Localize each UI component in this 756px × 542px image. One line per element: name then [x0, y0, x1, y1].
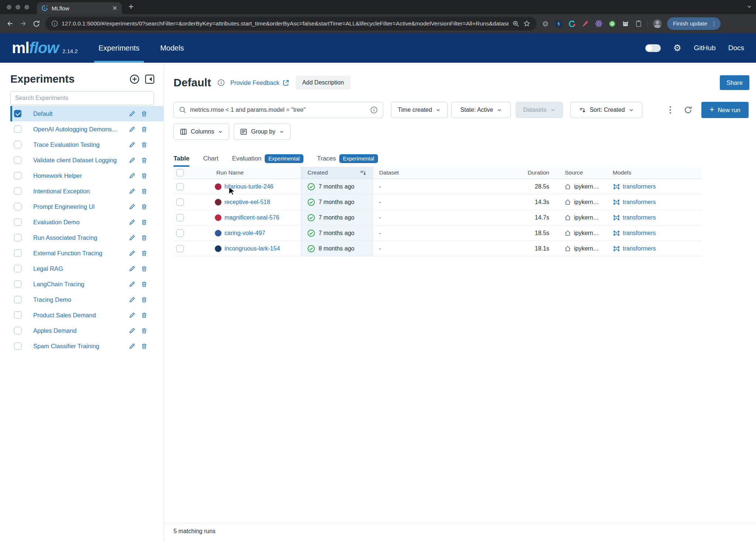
model-link[interactable]: transformers: [623, 183, 656, 190]
time-created-filter[interactable]: Time created: [391, 102, 448, 118]
edit-icon[interactable]: [129, 343, 135, 349]
tab-table[interactable]: Table: [173, 151, 189, 167]
delete-icon[interactable]: [141, 266, 147, 272]
experiment-checkbox[interactable]: [14, 110, 21, 117]
run-checkbox[interactable]: [176, 245, 184, 252]
col-models[interactable]: Models: [611, 167, 702, 179]
provide-feedback-link[interactable]: Provide Feedback: [230, 79, 289, 86]
experiment-checkbox[interactable]: [14, 280, 21, 288]
model-link[interactable]: transformers: [623, 245, 656, 252]
new-run-button[interactable]: + New run: [701, 102, 749, 118]
experiment-checkbox[interactable]: [14, 327, 21, 334]
table-row[interactable]: magnificent-seal-576 7 months ago - 14.7…: [173, 210, 702, 225]
columns-button[interactable]: Columns: [173, 124, 229, 140]
datasets-filter[interactable]: Datasets: [516, 102, 563, 118]
mlflow-logo[interactable]: mlflow 2.14.2: [12, 39, 78, 57]
sidebar-item[interactable]: Validate client Dataset Logging: [10, 152, 164, 168]
col-created[interactable]: Created: [301, 167, 373, 179]
forward-button[interactable]: [19, 20, 27, 28]
delete-icon[interactable]: [141, 111, 147, 117]
sidebar-item[interactable]: External Function Tracing: [10, 245, 164, 261]
edit-icon[interactable]: [129, 265, 135, 272]
experiment-link[interactable]: Validate client Dataset Logging: [33, 157, 126, 164]
experiment-checkbox[interactable]: [14, 234, 21, 241]
delete-icon[interactable]: [141, 219, 147, 225]
tab-traces[interactable]: Traces Experimental: [317, 151, 378, 167]
add-description-button[interactable]: Add Description: [296, 76, 351, 90]
extension-icon[interactable]: [568, 20, 576, 28]
delete-icon[interactable]: [141, 328, 147, 334]
finish-update-button[interactable]: Finish update ⋮: [667, 17, 721, 30]
delete-icon[interactable]: [141, 204, 147, 210]
model-link[interactable]: transformers: [623, 199, 656, 206]
share-button[interactable]: Share: [720, 75, 749, 90]
run-checkbox[interactable]: [176, 229, 184, 237]
edit-icon[interactable]: [129, 234, 135, 241]
extension-icon[interactable]: [581, 20, 589, 28]
state-filter[interactable]: State: Active: [451, 102, 511, 118]
sort-filter[interactable]: Sort: Created: [570, 102, 642, 118]
add-experiment-icon[interactable]: [130, 74, 140, 84]
run-checkbox[interactable]: [176, 183, 184, 190]
delete-icon[interactable]: [141, 235, 147, 241]
url-text[interactable]: 127.0.0.1:5000/#/experiments/0?searchFil…: [62, 20, 509, 27]
delete-icon[interactable]: [141, 173, 147, 179]
run-name-link[interactable]: caring-vole-497: [224, 230, 265, 237]
edit-icon[interactable]: [129, 188, 135, 194]
search-info-icon[interactable]: [370, 106, 378, 114]
edit-icon[interactable]: [129, 172, 135, 179]
site-info-icon[interactable]: [51, 20, 58, 27]
experiment-link[interactable]: Trace Evaluation Testing: [33, 141, 126, 148]
tab-search-chevron-icon[interactable]: [746, 4, 752, 11]
maximize-window-icon[interactable]: [24, 5, 29, 10]
run-checkbox[interactable]: [176, 198, 184, 206]
experiment-link[interactable]: Prompt Engineering UI: [33, 203, 126, 210]
edit-icon[interactable]: [129, 312, 135, 318]
browser-tab[interactable]: MLflow ✕: [37, 2, 122, 14]
col-source[interactable]: Source: [554, 167, 611, 179]
theme-toggle[interactable]: [645, 44, 661, 52]
run-name-link[interactable]: hilarious-turtle-246: [224, 183, 274, 190]
tab-close-icon[interactable]: ✕: [112, 4, 117, 12]
sidebar-item[interactable]: Apples Demand: [10, 323, 164, 338]
experiment-link[interactable]: Spam Classifier Training: [33, 343, 126, 350]
back-button[interactable]: [6, 20, 14, 28]
edit-icon[interactable]: [129, 296, 135, 303]
sidebar-item[interactable]: LangChain Tracing: [10, 276, 164, 292]
experiment-link[interactable]: Tracing Demo: [33, 296, 126, 303]
runs-search-box[interactable]: [173, 102, 383, 118]
edit-icon[interactable]: [129, 250, 135, 256]
experiment-link[interactable]: Apples Demand: [33, 327, 126, 334]
sidebar-item[interactable]: Prompt Engineering UI: [10, 199, 164, 214]
edit-icon[interactable]: [129, 327, 135, 334]
browser-menu-icon[interactable]: ⋮: [711, 20, 717, 27]
experiment-link[interactable]: LangChain Tracing: [33, 281, 126, 288]
sidebar-item[interactable]: Product Sales Demand: [10, 307, 164, 323]
sidebar-item[interactable]: Trace Evaluation Testing: [10, 137, 164, 152]
col-duration[interactable]: Duration: [518, 167, 554, 179]
table-row[interactable]: hilarious-turtle-246 7 months ago - 28.5…: [173, 179, 702, 194]
extension-icon[interactable]: [555, 20, 563, 28]
delete-icon[interactable]: [141, 157, 147, 163]
delete-icon[interactable]: [141, 142, 147, 148]
profile-avatar[interactable]: [653, 19, 662, 28]
gear-icon[interactable]: ⚙: [673, 44, 681, 52]
delete-icon[interactable]: [141, 126, 147, 132]
experiment-checkbox[interactable]: [14, 265, 21, 272]
extension-icon[interactable]: [635, 20, 642, 27]
experiment-checkbox[interactable]: [14, 125, 21, 133]
new-tab-button[interactable]: +: [128, 1, 134, 12]
table-row[interactable]: caring-vole-497 7 months ago - 18.5s ipy…: [173, 225, 702, 241]
delete-icon[interactable]: [141, 250, 147, 256]
more-options-icon[interactable]: [668, 105, 673, 115]
sidebar-item[interactable]: Run Associated Tracing: [10, 230, 164, 245]
extension-icon[interactable]: [622, 20, 629, 28]
tab-chart[interactable]: Chart: [203, 151, 219, 167]
window-controls[interactable]: [7, 5, 29, 10]
extension-icon[interactable]: [595, 20, 603, 28]
sidebar-item[interactable]: Homework Helper: [10, 168, 164, 183]
model-link[interactable]: transformers: [623, 230, 656, 237]
experiment-checkbox[interactable]: [14, 296, 21, 303]
extension-icon[interactable]: [608, 20, 616, 28]
sidebar-item-default[interactable]: Default: [10, 106, 164, 121]
